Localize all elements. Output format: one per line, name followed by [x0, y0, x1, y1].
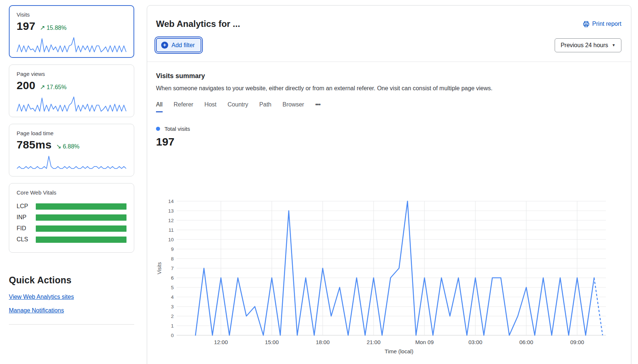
cwv-row-lcp: LCP	[17, 201, 126, 212]
svg-text:2: 2	[171, 314, 174, 319]
tab-all[interactable]: All	[156, 101, 163, 112]
cwv-bar-good	[36, 237, 126, 243]
cwv-row-fid: FID	[17, 223, 126, 234]
trend-up: ↗17.65%	[40, 83, 67, 91]
svg-text:10: 10	[168, 237, 174, 242]
legend-label: Total visits	[164, 126, 190, 132]
tab-referer[interactable]: Referer	[174, 101, 193, 112]
trend-up: ↗15.88%	[40, 24, 67, 32]
svg-text:21:00: 21:00	[367, 339, 381, 345]
svg-text:7: 7	[171, 266, 174, 271]
svg-text:4: 4	[171, 294, 174, 300]
cwv-row-cls: CLS	[17, 234, 126, 245]
cwv-metric-name: CLS	[17, 236, 36, 243]
trend-up-arrow-icon: ↗	[40, 84, 45, 91]
quick-actions-heading: Quick Actions	[9, 275, 134, 286]
svg-text:14: 14	[168, 199, 174, 204]
metric-value: 197	[17, 20, 35, 32]
svg-text:09:00: 09:00	[570, 339, 584, 345]
svg-text:3: 3	[171, 304, 174, 309]
tab-host[interactable]: Host	[204, 101, 216, 112]
cwv-bar-good	[36, 203, 126, 210]
svg-text:18:00: 18:00	[316, 339, 330, 345]
time-range-dropdown[interactable]: Previous 24 hours ▼	[555, 38, 621, 52]
visits-sparkline	[17, 36, 126, 53]
svg-text:6: 6	[171, 275, 174, 281]
svg-text:Visits: Visits	[156, 262, 162, 274]
svg-text:0: 0	[171, 333, 174, 338]
metric-value: 785ms	[17, 139, 52, 151]
svg-text:15:00: 15:00	[265, 339, 279, 345]
add-filter-button[interactable]: + Add filter	[156, 38, 201, 52]
svg-text:06:00: 06:00	[519, 339, 533, 345]
svg-text:13: 13	[168, 208, 174, 214]
trend-up-arrow-icon: ↗	[40, 24, 45, 31]
web-analytics-panel: Web Analytics for ... Print report + Add…	[147, 5, 631, 364]
svg-text:12: 12	[168, 218, 174, 223]
legend-dot-icon	[156, 127, 160, 131]
sidebar-divider	[9, 324, 134, 325]
chevron-down-icon: ▼	[612, 43, 616, 47]
trend-down-arrow-icon: ↘	[56, 143, 61, 150]
page-title: Web Analytics for ...	[156, 19, 240, 29]
pageload-sparkline	[17, 155, 126, 172]
section-description: When someone navigates to your website, …	[156, 85, 621, 92]
svg-text:Mon 09: Mon 09	[415, 339, 434, 345]
dimension-tabs: All Referer Host Country Path Browser ••…	[156, 101, 621, 112]
tab-more-ellipsis-icon[interactable]: •••	[315, 101, 320, 112]
tab-browser[interactable]: Browser	[282, 101, 304, 112]
tab-path[interactable]: Path	[259, 101, 271, 112]
plus-icon: +	[161, 42, 168, 49]
metrics-sidebar: Visits 197 ↗15.88% Page views 200 ↗17.65…	[9, 5, 134, 325]
svg-text:5: 5	[171, 285, 174, 290]
metric-card-page-load-time[interactable]: Page load time 785ms ↘6.88%	[9, 124, 134, 176]
metric-card-core-web-vitals[interactable]: Core Web Vitals LCP INP FID CLS	[9, 183, 134, 253]
svg-text:1: 1	[171, 323, 174, 329]
cwv-metric-name: FID	[17, 225, 36, 232]
tab-country[interactable]: Country	[228, 101, 248, 112]
metric-value: 200	[17, 79, 35, 92]
cwv-metric-name: LCP	[17, 203, 36, 210]
cwv-metric-name: INP	[17, 214, 36, 221]
cwv-bar-good	[36, 225, 126, 232]
printer-icon	[583, 21, 590, 28]
metric-card-page-views[interactable]: Page views 200 ↗17.65%	[9, 64, 134, 117]
trend-down: ↘6.88%	[56, 143, 80, 150]
cwv-row-inp: INP	[17, 212, 126, 223]
svg-text:9: 9	[171, 246, 174, 252]
metric-label: Visits	[17, 11, 126, 18]
pageviews-sparkline	[17, 95, 126, 112]
manage-notifications-link[interactable]: Manage Notifications	[9, 307, 64, 314]
metric-label: Page load time	[17, 130, 126, 136]
svg-text:11: 11	[169, 227, 174, 233]
svg-text:03:00: 03:00	[468, 339, 482, 345]
metric-label: Core Web Vitals	[17, 189, 126, 196]
metric-card-visits[interactable]: Visits 197 ↗15.88%	[9, 5, 134, 58]
cwv-bar-good	[36, 214, 126, 221]
total-visits-value: 197	[156, 136, 621, 148]
visits-line-chart[interactable]: 0123456789101112131412:0015:0018:0021:00…	[147, 188, 632, 361]
svg-text:Time (local): Time (local)	[385, 348, 413, 354]
metric-label: Page views	[17, 71, 126, 77]
svg-text:8: 8	[171, 256, 174, 262]
svg-text:12:00: 12:00	[214, 339, 228, 345]
print-report-link[interactable]: Print report	[583, 21, 621, 28]
section-title: Visits summary	[156, 72, 621, 80]
view-web-analytics-sites-link[interactable]: View Web Analytics sites	[9, 294, 74, 300]
